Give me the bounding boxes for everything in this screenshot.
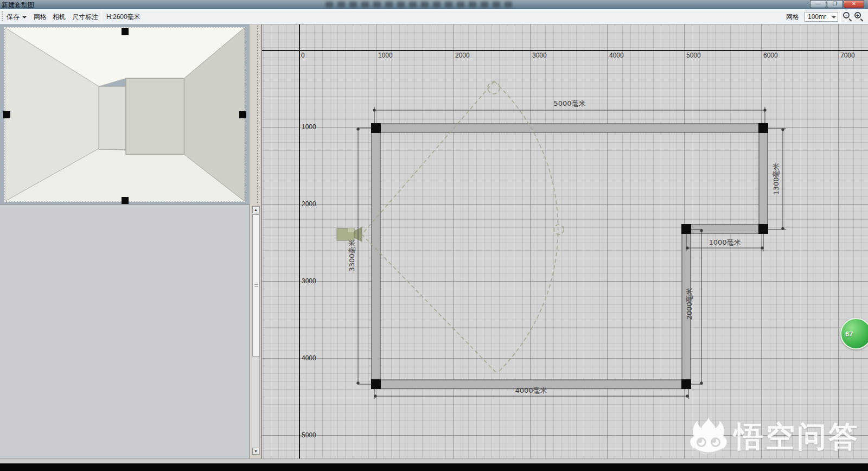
scroll-down-button[interactable]: ▼: [252, 448, 259, 455]
corner-post[interactable]: [681, 224, 691, 234]
dim-notch: 1000毫米: [686, 233, 764, 251]
dim-left: 3300毫米: [348, 128, 372, 385]
grid-size-label: 网格: [784, 12, 801, 22]
minimize-button[interactable]: —: [810, 0, 826, 8]
dim-top: 5000毫米: [373, 99, 767, 124]
corner-post[interactable]: [758, 123, 768, 133]
zoom-in-button[interactable]: +: [854, 11, 864, 22]
watermark-text: 悟空问答: [734, 417, 860, 457]
svg-text:1300毫米: 1300毫米: [772, 163, 780, 195]
grid-button[interactable]: 网格: [31, 12, 49, 22]
left-panel: [0, 24, 250, 459]
camera-button[interactable]: 相机: [50, 12, 68, 22]
splitter-grip: [257, 26, 258, 203]
resize-handle-bottom[interactable]: [122, 197, 129, 204]
watermark: 悟空问答: [686, 414, 849, 459]
close-button[interactable]: ✕: [844, 0, 864, 8]
room-render: [4, 27, 245, 202]
svg-text:5000毫米: 5000毫米: [553, 99, 585, 107]
grid-size-select[interactable]: 100mr: [805, 12, 838, 22]
corner-post[interactable]: [758, 224, 768, 234]
combo-caret-icon: [832, 16, 836, 18]
plan-thumbnail-list: [0, 205, 250, 459]
resize-handle-left[interactable]: [3, 111, 10, 118]
window-controls: — ❐ ✕: [809, 0, 864, 9]
wukong-logo-icon: [686, 414, 731, 459]
svg-text:2000毫米: 2000毫米: [685, 288, 693, 320]
floor-plan-canvas[interactable]: 01000200030004000500060007000 1000200030…: [261, 24, 868, 459]
fov-handle[interactable]: [554, 225, 564, 234]
svg-text:4000毫米: 4000毫米: [515, 386, 547, 394]
window-title: 新建套型图: [2, 1, 34, 10]
blurred-title-text: [326, 2, 515, 8]
svg-text:1000毫米: 1000毫米: [709, 238, 741, 246]
notification-badge[interactable]: 67: [840, 318, 868, 349]
toolbar: 保存 网格 相机 尺寸标注 H:2600毫米 网格 100mr − +: [0, 9, 868, 24]
window-bottom-edge: [0, 459, 868, 463]
room-3d-preview[interactable]: [0, 24, 250, 205]
toolbar-separator: [30, 11, 30, 22]
save-button[interactable]: 保存: [4, 12, 29, 22]
corner-post[interactable]: [681, 379, 691, 389]
panel-splitter[interactable]: ▲ ▼: [250, 24, 261, 459]
svg-text:3300毫米: 3300毫米: [348, 239, 356, 271]
main-content: ▲ ▼ 01000200030004000500060007000 100020…: [0, 24, 868, 459]
toolbar-grip[interactable]: [2, 11, 3, 22]
floor-plan-drawing: 5000毫米 1300毫米 1000毫米: [262, 24, 868, 459]
corner-post[interactable]: [371, 123, 381, 133]
title-bar: 新建套型图 — ❐ ✕: [0, 0, 868, 9]
close-icon: ✕: [852, 2, 856, 7]
restore-icon: ❐: [833, 2, 837, 7]
resize-handle-top[interactable]: [122, 28, 129, 35]
dimension-annotations: 5000毫米 1300毫米 1000毫米: [348, 99, 786, 399]
wall-notch-horizontal[interactable]: [682, 225, 768, 233]
application-window: 新建套型图 — ❐ ✕ 保存 网格 相机 尺寸标注 H:2600毫米 网格 10…: [0, 0, 868, 471]
badge-count: 67: [845, 330, 853, 338]
room-perspective: [5, 28, 245, 201]
walls: [372, 124, 768, 389]
restore-button[interactable]: ❐: [827, 0, 843, 8]
minimize-icon: —: [816, 2, 821, 7]
wall-top[interactable]: [372, 124, 768, 132]
wall-left[interactable]: [372, 124, 380, 389]
corner-post[interactable]: [371, 379, 381, 389]
scroll-up-button[interactable]: ▲: [252, 206, 259, 213]
save-dropdown-caret-icon: [22, 16, 27, 18]
thumbnail-scrollbar[interactable]: ▲ ▼: [252, 206, 260, 455]
dimension-button[interactable]: 尺寸标注: [70, 12, 100, 22]
wall-right[interactable]: [759, 124, 768, 233]
wall-height-value: H:2600毫米: [104, 12, 143, 22]
wall-corner-posts: [371, 123, 768, 389]
toolbar-separator: [840, 11, 841, 22]
zoom-out-button[interactable]: −: [843, 11, 853, 22]
dim-right: 1300毫米: [768, 129, 786, 230]
toolbar-separator: [101, 11, 101, 22]
windows-taskbar[interactable]: [0, 463, 868, 471]
fov-handle[interactable]: [488, 82, 500, 94]
scrollbar-thumb[interactable]: [252, 214, 259, 357]
resize-handle-right[interactable]: [239, 111, 246, 118]
